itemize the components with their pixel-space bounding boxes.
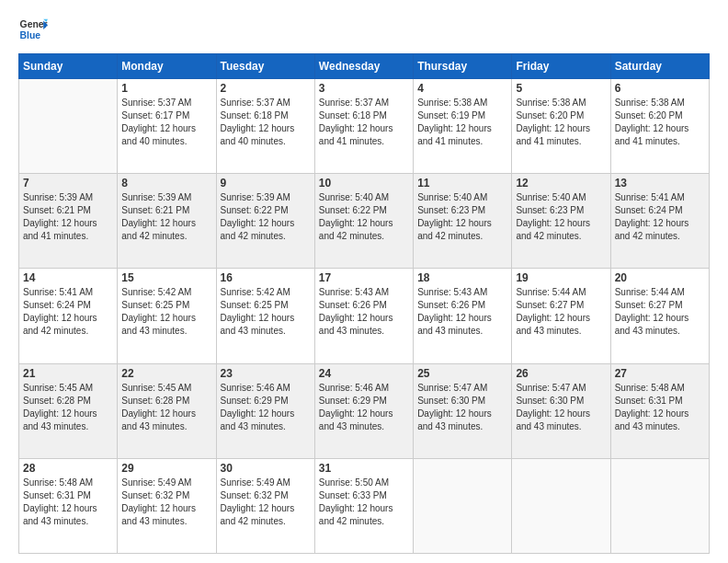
day-info: Sunrise: 5:39 AMSunset: 6:21 PMDaylight:… [23,191,113,243]
day-info: Sunrise: 5:38 AMSunset: 6:20 PMDaylight:… [516,97,606,148]
calendar-day-cell: 16Sunrise: 5:42 AMSunset: 6:25 PMDayligh… [216,269,314,363]
calendar-day-cell: 7Sunrise: 5:39 AMSunset: 6:21 PMDaylight… [19,174,118,269]
day-number: 12 [516,177,606,190]
day-number: 2 [221,82,311,95]
day-info: Sunrise: 5:49 AMSunset: 6:32 PMDaylight:… [121,477,211,528]
day-info: Sunrise: 5:38 AMSunset: 6:20 PMDaylight:… [615,97,705,148]
logo: General Blue [18,15,51,44]
day-number: 18 [417,271,507,284]
day-number: 13 [615,177,705,190]
day-number: 10 [319,177,409,190]
day-info: Sunrise: 5:50 AMSunset: 6:33 PMDaylight:… [319,477,409,528]
calendar-day-cell: 10Sunrise: 5:40 AMSunset: 6:22 PMDayligh… [314,174,413,269]
logo-icon: General Blue [18,15,48,44]
calendar-day-cell: 21Sunrise: 5:45 AMSunset: 6:28 PMDayligh… [19,363,118,458]
calendar-day-cell: 3Sunrise: 5:37 AMSunset: 6:18 PMDaylight… [314,79,413,174]
calendar-day-cell [19,79,118,174]
day-info: Sunrise: 5:43 AMSunset: 6:26 PMDaylight:… [417,286,507,338]
calendar-week-row: 14Sunrise: 5:41 AMSunset: 6:24 PMDayligh… [19,269,710,363]
weekday-header-wednesday: Wednesday [314,54,413,79]
calendar-day-cell: 14Sunrise: 5:41 AMSunset: 6:24 PMDayligh… [19,269,118,363]
day-info: Sunrise: 5:40 AMSunset: 6:23 PMDaylight:… [417,191,507,243]
day-number: 28 [23,462,113,475]
day-number: 8 [121,177,211,190]
day-info: Sunrise: 5:45 AMSunset: 6:28 PMDaylight:… [23,382,113,433]
day-info: Sunrise: 5:39 AMSunset: 6:22 PMDaylight:… [221,191,311,243]
calendar-day-cell: 25Sunrise: 5:47 AMSunset: 6:30 PMDayligh… [414,363,512,458]
page: General Blue SundayMondayTuesdayWednesda… [0,0,728,563]
day-number: 3 [319,82,409,95]
day-number: 5 [516,82,606,95]
calendar-day-cell: 28Sunrise: 5:48 AMSunset: 6:31 PMDayligh… [19,458,118,553]
header: General Blue [18,15,710,44]
day-info: Sunrise: 5:40 AMSunset: 6:23 PMDaylight:… [516,191,606,243]
day-info: Sunrise: 5:39 AMSunset: 6:21 PMDaylight:… [121,191,211,243]
day-info: Sunrise: 5:45 AMSunset: 6:28 PMDaylight:… [121,382,211,433]
day-number: 25 [417,367,507,380]
day-info: Sunrise: 5:44 AMSunset: 6:27 PMDaylight:… [615,286,705,338]
day-number: 24 [319,367,409,380]
calendar-day-cell: 20Sunrise: 5:44 AMSunset: 6:27 PMDayligh… [610,269,709,363]
calendar-day-cell: 19Sunrise: 5:44 AMSunset: 6:27 PMDayligh… [512,269,610,363]
day-info: Sunrise: 5:47 AMSunset: 6:30 PMDaylight:… [516,382,606,433]
calendar-day-cell: 4Sunrise: 5:38 AMSunset: 6:19 PMDaylight… [414,79,512,174]
calendar-day-cell [414,458,512,553]
day-number: 30 [221,462,311,475]
day-info: Sunrise: 5:46 AMSunset: 6:29 PMDaylight:… [221,382,311,433]
day-number: 11 [417,177,507,190]
calendar-day-cell: 18Sunrise: 5:43 AMSunset: 6:26 PMDayligh… [414,269,512,363]
weekday-header-saturday: Saturday [610,54,709,79]
day-number: 22 [121,367,211,380]
day-info: Sunrise: 5:37 AMSunset: 6:17 PMDaylight:… [121,97,211,148]
day-number: 9 [221,177,311,190]
day-info: Sunrise: 5:48 AMSunset: 6:31 PMDaylight:… [615,382,705,433]
calendar-day-cell [610,458,709,553]
calendar-day-cell: 12Sunrise: 5:40 AMSunset: 6:23 PMDayligh… [512,174,610,269]
calendar-day-cell: 29Sunrise: 5:49 AMSunset: 6:32 PMDayligh… [118,458,216,553]
day-number: 16 [221,271,311,284]
day-info: Sunrise: 5:38 AMSunset: 6:19 PMDaylight:… [417,97,507,148]
day-info: Sunrise: 5:49 AMSunset: 6:32 PMDaylight:… [221,477,311,528]
day-number: 19 [516,271,606,284]
calendar-day-cell: 31Sunrise: 5:50 AMSunset: 6:33 PMDayligh… [314,458,413,553]
day-info: Sunrise: 5:41 AMSunset: 6:24 PMDaylight:… [615,191,705,243]
day-number: 26 [516,367,606,380]
calendar-day-cell: 1Sunrise: 5:37 AMSunset: 6:17 PMDaylight… [118,79,216,174]
calendar-day-cell: 6Sunrise: 5:38 AMSunset: 6:20 PMDaylight… [610,79,709,174]
day-number: 21 [23,367,113,380]
day-info: Sunrise: 5:37 AMSunset: 6:18 PMDaylight:… [319,97,409,148]
weekday-header-tuesday: Tuesday [216,54,314,79]
weekday-header-thursday: Thursday [414,54,512,79]
calendar-week-row: 21Sunrise: 5:45 AMSunset: 6:28 PMDayligh… [19,363,710,458]
svg-text:Blue: Blue [20,30,41,40]
day-number: 29 [121,462,211,475]
calendar-day-cell: 17Sunrise: 5:43 AMSunset: 6:26 PMDayligh… [314,269,413,363]
calendar-week-row: 7Sunrise: 5:39 AMSunset: 6:21 PMDaylight… [19,174,710,269]
calendar-day-cell: 9Sunrise: 5:39 AMSunset: 6:22 PMDaylight… [216,174,314,269]
weekday-header-sunday: Sunday [19,54,118,79]
day-number: 20 [615,271,705,284]
calendar-day-cell: 22Sunrise: 5:45 AMSunset: 6:28 PMDayligh… [118,363,216,458]
calendar-week-row: 1Sunrise: 5:37 AMSunset: 6:17 PMDaylight… [19,79,710,174]
calendar-day-cell: 11Sunrise: 5:40 AMSunset: 6:23 PMDayligh… [414,174,512,269]
calendar-day-cell: 2Sunrise: 5:37 AMSunset: 6:18 PMDaylight… [216,79,314,174]
day-number: 4 [417,82,507,95]
calendar-day-cell: 13Sunrise: 5:41 AMSunset: 6:24 PMDayligh… [610,174,709,269]
day-number: 7 [23,177,113,190]
day-info: Sunrise: 5:46 AMSunset: 6:29 PMDaylight:… [319,382,409,433]
day-number: 27 [615,367,705,380]
calendar-day-cell: 8Sunrise: 5:39 AMSunset: 6:21 PMDaylight… [118,174,216,269]
weekday-header-monday: Monday [118,54,216,79]
day-info: Sunrise: 5:43 AMSunset: 6:26 PMDaylight:… [319,286,409,338]
day-number: 23 [221,367,311,380]
day-info: Sunrise: 5:48 AMSunset: 6:31 PMDaylight:… [23,477,113,528]
day-info: Sunrise: 5:42 AMSunset: 6:25 PMDaylight:… [221,286,311,338]
day-info: Sunrise: 5:44 AMSunset: 6:27 PMDaylight:… [516,286,606,338]
day-info: Sunrise: 5:41 AMSunset: 6:24 PMDaylight:… [23,286,113,338]
calendar-day-cell: 30Sunrise: 5:49 AMSunset: 6:32 PMDayligh… [216,458,314,553]
day-number: 15 [121,271,211,284]
calendar-day-cell: 5Sunrise: 5:38 AMSunset: 6:20 PMDaylight… [512,79,610,174]
day-number: 1 [121,82,211,95]
calendar-day-cell: 26Sunrise: 5:47 AMSunset: 6:30 PMDayligh… [512,363,610,458]
day-info: Sunrise: 5:40 AMSunset: 6:22 PMDaylight:… [319,191,409,243]
